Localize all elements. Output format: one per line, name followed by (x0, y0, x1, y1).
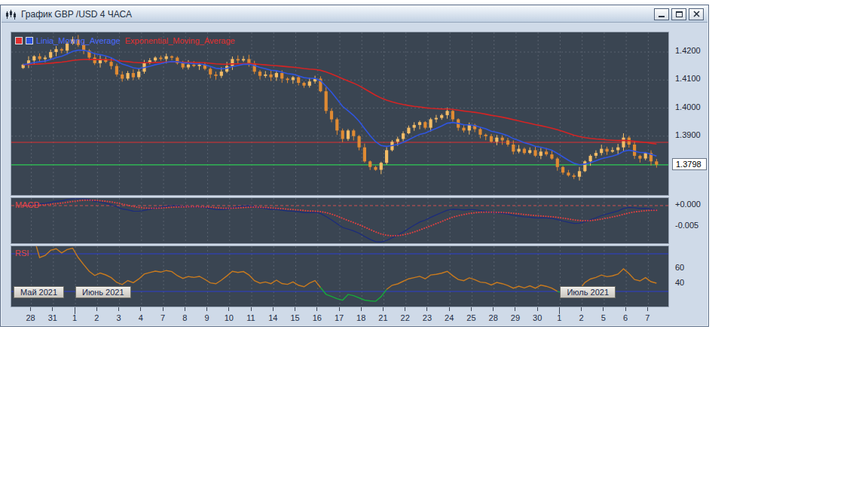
x-axis-label: 10 (221, 313, 237, 322)
x-axis-tick (316, 307, 317, 311)
x-axis-label: 24 (441, 313, 457, 322)
x-axis-tick (140, 307, 141, 311)
x-axis-tick (426, 307, 427, 311)
chart-window: График GBP /USD 4 ЧАСА Linia_Moving_Aver… (0, 5, 709, 327)
x-axis-label: 2 (573, 313, 590, 322)
x-axis-tick (163, 307, 164, 311)
legend: Linia_Moving_Average Exponential_Moving_… (15, 36, 235, 45)
rsi-label: RSI (15, 249, 29, 258)
x-axis-tick (625, 307, 626, 311)
x-axis-label: 5 (595, 313, 612, 322)
titlebar[interactable]: График GBP /USD 4 ЧАСА (2, 6, 708, 23)
x-axis-label: 28 (23, 313, 39, 322)
x-axis-tick (206, 307, 207, 311)
x-axis-tick (118, 307, 119, 311)
x-axis-label: 3 (111, 313, 127, 322)
x-axis-label: 22 (397, 313, 414, 322)
window-buttons (654, 8, 704, 20)
x-axis-label: 15 (287, 313, 304, 322)
price-chart-panel[interactable]: Linia_Moving_Average Exponential_Moving_… (11, 32, 669, 196)
x-axis-tick (52, 307, 53, 311)
x-axis-tick (449, 307, 450, 311)
macd-panel[interactable]: MACD (11, 197, 669, 244)
x-axis-tick (339, 307, 340, 311)
x-axis-label: 28 (485, 313, 502, 322)
x-axis-tick (515, 307, 515, 311)
x-axis-tick (251, 307, 252, 311)
x-axis-tick (383, 307, 384, 311)
maximize-icon (676, 11, 683, 17)
x-axis-label: 4 (133, 313, 149, 322)
x-axis-tick (471, 307, 472, 311)
x-axis-label: 18 (353, 313, 369, 322)
legend-ma-label: Linia_Moving_Average (36, 36, 121, 45)
close-icon (693, 11, 700, 17)
price-axis-label: 1.3900 (675, 130, 701, 139)
x-axis-tick (493, 307, 494, 311)
x-axis-label: 23 (419, 313, 436, 322)
macd-chart[interactable] (11, 198, 668, 243)
x-axis-label: 30 (529, 313, 546, 322)
x-axis-label: 9 (199, 313, 215, 322)
x-axis-tick (647, 307, 648, 311)
x-axis-label: 2 (88, 313, 105, 322)
y-axis: 1.3798 1.42001.41001.40001.3900+0.000-0.… (672, 23, 708, 325)
legend-swatch-blue (26, 37, 33, 44)
x-axis-label: 1 (66, 313, 83, 322)
close-button[interactable] (689, 8, 704, 20)
legend-ema-label: Exponential_Moving_Average (125, 36, 235, 45)
minimize-button[interactable] (654, 8, 669, 20)
x-axis-label: 17 (331, 313, 347, 322)
x-axis-label: 21 (374, 313, 391, 322)
x-axis-label: 6 (617, 313, 634, 322)
x-axis-label: 8 (176, 313, 193, 322)
window-body: Linia_Moving_Average Exponential_Moving_… (2, 23, 708, 325)
x-axis-label: 7 (154, 313, 171, 322)
rsi-panel[interactable]: RSI Май 2021Июнь 2021Июль 2021 (11, 246, 669, 307)
app-icon (5, 9, 17, 20)
rsi-axis-label: 60 (675, 263, 684, 272)
price-axis-label: 1.4200 (675, 46, 701, 55)
x-axis-tick (273, 307, 274, 311)
window-title: График GBP /USD 4 ЧАСА (21, 9, 654, 20)
x-axis-tick (295, 307, 295, 311)
x-axis-label: 16 (309, 313, 326, 322)
macd-axis-label: -0.005 (675, 221, 698, 230)
maximize-button[interactable] (671, 8, 686, 20)
x-axis: 2831123478910111415161718212223242528293… (11, 307, 669, 324)
x-axis-label: 7 (639, 313, 656, 322)
rsi-axis-label: 40 (675, 278, 684, 287)
x-axis-label: 29 (507, 313, 524, 322)
x-axis-tick (30, 307, 31, 311)
x-axis-label: 11 (243, 313, 259, 322)
x-axis-tick (603, 307, 604, 311)
price-axis-label: 1.4000 (675, 102, 701, 111)
macd-label: MACD (15, 200, 39, 209)
x-axis-tick (96, 307, 97, 311)
macd-axis-label: +0.000 (675, 200, 701, 209)
x-axis-tick (228, 307, 229, 311)
legend-swatch-red (15, 37, 23, 44)
x-axis-tick (185, 307, 185, 311)
month-marker: Июнь 2021 (75, 286, 131, 298)
current-price-tag: 1.3798 (672, 158, 707, 170)
candlestick-chart[interactable] (11, 32, 668, 195)
x-axis-tick (537, 307, 538, 311)
x-axis-label: 25 (463, 313, 479, 322)
x-axis-tick (581, 307, 582, 311)
month-marker: Июль 2021 (560, 286, 616, 298)
x-axis-label: 14 (264, 313, 281, 322)
minimize-icon (659, 16, 665, 17)
x-axis-label: 31 (44, 313, 61, 322)
x-axis-tick (405, 307, 405, 311)
x-axis-tick (361, 307, 362, 311)
month-marker: Май 2021 (14, 286, 64, 298)
x-axis-label: 1 (551, 313, 567, 322)
price-axis-label: 1.4100 (675, 74, 701, 83)
